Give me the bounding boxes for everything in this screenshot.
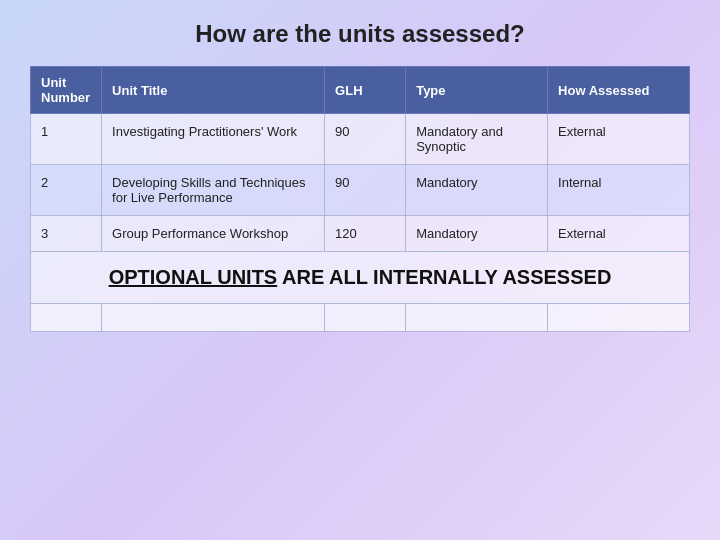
footer-row	[31, 304, 690, 332]
optional-units-cell: OPTIONAL UNITS ARE ALL INTERNALLY ASSESS…	[31, 252, 690, 304]
units-table: Unit Number Unit Title GLH Type How Asse…	[30, 66, 690, 332]
header-unit-number: Unit Number	[31, 67, 102, 114]
footer-cell-3	[325, 304, 406, 332]
cell-unit_number: 3	[31, 216, 102, 252]
cell-how_assessed: External	[548, 216, 690, 252]
header-unit-title: Unit Title	[102, 67, 325, 114]
cell-glh: 90	[325, 165, 406, 216]
footer-cell-4	[406, 304, 548, 332]
header-how-assessed: How Assessed	[548, 67, 690, 114]
optional-units-row: OPTIONAL UNITS ARE ALL INTERNALLY ASSESS…	[31, 252, 690, 304]
table-header-row: Unit Number Unit Title GLH Type How Asse…	[31, 67, 690, 114]
table-row: 3Group Performance Workshop120MandatoryE…	[31, 216, 690, 252]
cell-glh: 120	[325, 216, 406, 252]
table-row: 2Developing Skills and Techniques for Li…	[31, 165, 690, 216]
page-title: How are the units assessed?	[195, 20, 524, 48]
cell-type: Mandatory	[406, 165, 548, 216]
cell-unit_number: 1	[31, 114, 102, 165]
table-row: 1Investigating Practitioners' Work90Mand…	[31, 114, 690, 165]
cell-type: Mandatory	[406, 216, 548, 252]
cell-glh: 90	[325, 114, 406, 165]
optional-units-label-rest: ARE ALL INTERNALLY ASSESSED	[277, 266, 611, 288]
cell-type: Mandatory and Synoptic	[406, 114, 548, 165]
footer-cell-5	[548, 304, 690, 332]
header-type: Type	[406, 67, 548, 114]
cell-how_assessed: Internal	[548, 165, 690, 216]
footer-cell-2	[102, 304, 325, 332]
table-wrapper: Unit Number Unit Title GLH Type How Asse…	[30, 66, 690, 332]
header-glh: GLH	[325, 67, 406, 114]
cell-unit_number: 2	[31, 165, 102, 216]
cell-how_assessed: External	[548, 114, 690, 165]
footer-cell-1	[31, 304, 102, 332]
cell-unit_title: Investigating Practitioners' Work	[102, 114, 325, 165]
cell-unit_title: Developing Skills and Techniques for Liv…	[102, 165, 325, 216]
optional-units-label-underline: OPTIONAL UNITS	[109, 266, 278, 288]
cell-unit_title: Group Performance Workshop	[102, 216, 325, 252]
